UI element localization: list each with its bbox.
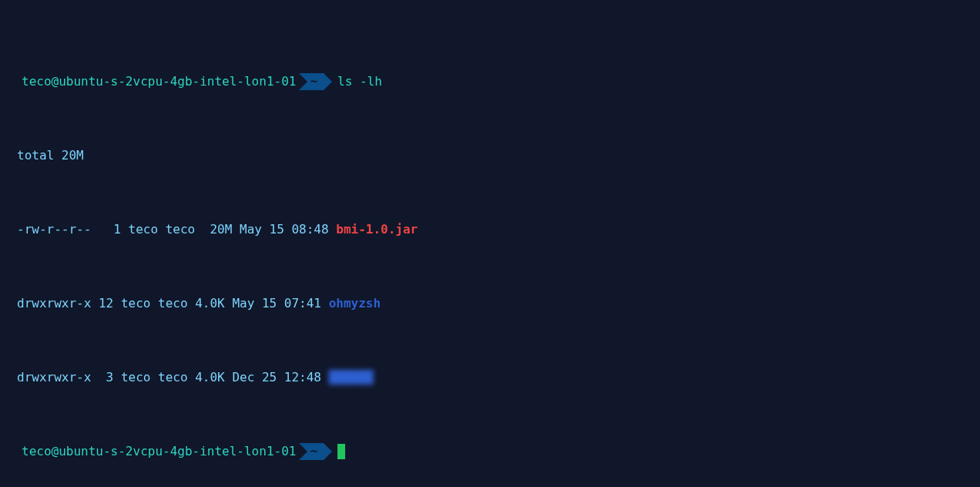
ls-row: -rw-r--r-- 1 teco teco 20M May 15 08:48 … xyxy=(17,220,963,239)
prompt-arrow-icon: ~ xyxy=(299,73,324,90)
prompt-line-2: teco@ubuntu-s-2vcpu-4gb-intel-lon1-01 ~ xyxy=(17,442,963,461)
ls-row: drwxrwxr-x 3 teco teco 4.0K Dec 25 12:48… xyxy=(17,368,963,387)
terminal[interactable]: teco@ubuntu-s-2vcpu-4gb-intel-lon1-01 ~ … xyxy=(0,0,980,487)
dir-name: ohmyzsh xyxy=(329,296,381,311)
cwd: ~ xyxy=(310,442,317,461)
dir-name-redacted: ██████ xyxy=(329,370,374,385)
command: ls -lh xyxy=(337,72,382,91)
prompt-line-1: teco@ubuntu-s-2vcpu-4gb-intel-lon1-01 ~ … xyxy=(17,72,963,91)
file-name: bmi-1.0.jar xyxy=(336,222,418,237)
user-host: teco@ubuntu-s-2vcpu-4gb-intel-lon1-01 xyxy=(22,72,296,91)
user-host: teco@ubuntu-s-2vcpu-4gb-intel-lon1-01 xyxy=(22,442,296,461)
ls-row: drwxrwxr-x 12 teco teco 4.0K May 15 07:4… xyxy=(17,294,963,313)
prompt-arrow-icon: ~ xyxy=(299,443,324,460)
cursor-icon[interactable] xyxy=(337,444,345,459)
cwd: ~ xyxy=(310,72,317,91)
output-total: total 20M xyxy=(17,146,963,165)
